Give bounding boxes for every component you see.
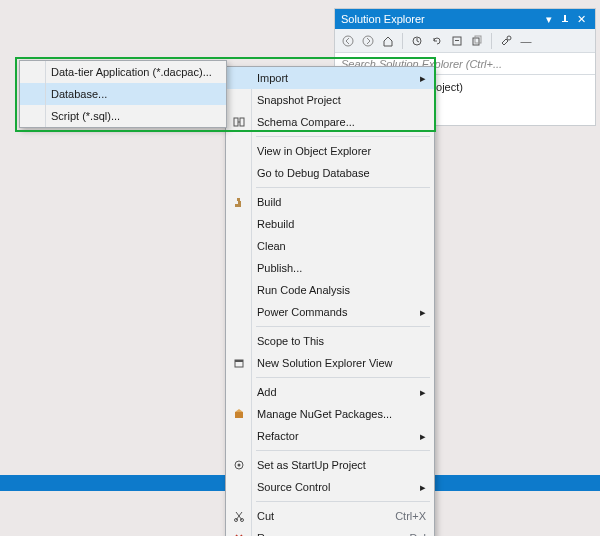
nuget-icon [226,408,251,420]
context-menu-item[interactable]: View in Object Explorer [226,140,434,162]
context-menu-item[interactable]: Power Commands▸ [226,301,434,323]
submenu-arrow-icon: ▸ [416,72,426,85]
context-menu-item[interactable]: Clean [226,235,434,257]
newview-icon [226,357,251,369]
context-menu-item[interactable]: Go to Debug Database [226,162,434,184]
remove-icon [226,532,251,536]
svg-rect-17 [235,412,243,418]
svg-rect-14 [237,198,240,201]
context-menu-label: Build [251,196,426,208]
properties-icon[interactable] [497,32,515,50]
context-menu-label: View in Object Explorer [251,145,426,157]
context-menu-item[interactable]: CutCtrl+X [226,505,434,527]
svg-point-19 [237,464,240,467]
context-menu-item[interactable]: Import▸ [226,67,434,89]
svg-rect-6 [455,40,459,41]
context-menu-label: New Solution Explorer View [251,357,426,369]
context-menu-label: Power Commands [251,306,416,318]
context-menu-item[interactable]: New Solution Explorer View [226,352,434,374]
context-menu-label: Publish... [251,262,426,274]
context-menu-label: Scope to This [251,335,426,347]
context-menu-label: Snapshot Project [251,94,426,106]
svg-rect-8 [475,36,481,43]
preview-icon[interactable]: — [517,32,535,50]
startup-icon [226,459,251,471]
context-menu-item[interactable]: Schema Compare... [226,111,434,133]
svg-rect-11 [240,118,244,126]
svg-rect-10 [234,118,238,126]
home-icon[interactable] [379,32,397,50]
menu-separator [256,136,430,137]
svg-point-9 [507,36,511,40]
context-menu-item[interactable]: Snapshot Project [226,89,434,111]
sync-icon[interactable] [408,32,426,50]
context-menu-label: Go to Debug Database [251,167,426,179]
import-submenu-item[interactable]: Script (*.sql)... [20,105,226,127]
shortcut-label: Ctrl+X [389,510,426,522]
import-submenu: Data-tier Application (*.dacpac)...Datab… [19,60,227,128]
context-menu-item[interactable]: RemoveDel [226,527,434,536]
refresh-icon[interactable] [428,32,446,50]
context-menu-label: Refactor [251,430,416,442]
build-icon [226,196,251,208]
svg-rect-13 [238,201,241,207]
context-menu-item[interactable]: Manage NuGet Packages... [226,403,434,425]
pin-icon[interactable] [557,11,573,27]
shortcut-label: Del [403,532,426,536]
context-menu-label: Manage NuGet Packages... [251,408,426,420]
svg-rect-12 [235,204,238,207]
submenu-arrow-icon: ▸ [416,481,426,494]
svg-rect-1 [562,21,568,22]
import-submenu-item[interactable]: Database... [20,83,226,105]
solution-explorer-titlebar: Solution Explorer ▾ ✕ [335,9,595,29]
context-menu-item[interactable]: Publish... [226,257,434,279]
compare-icon [226,116,251,128]
submenu-arrow-icon: ▸ [416,430,426,443]
context-menu-item[interactable]: Run Code Analysis [226,279,434,301]
close-icon[interactable]: ✕ [573,11,589,27]
svg-rect-0 [564,15,566,21]
svg-rect-7 [473,38,479,45]
context-menu: Import▸Snapshot ProjectSchema Compare...… [225,66,435,536]
context-menu-label: Source Control [251,481,416,493]
context-menu-label: Set as StartUp Project [251,459,426,471]
menu-separator [256,501,430,502]
cut-icon [226,510,251,522]
submenu-arrow-icon: ▸ [416,386,426,399]
context-menu-item[interactable]: Scope to This [226,330,434,352]
context-menu-item[interactable]: Set as StartUp Project [226,454,434,476]
collapse-icon[interactable] [448,32,466,50]
context-menu-label: Remove [251,532,403,536]
context-menu-item[interactable]: Add▸ [226,381,434,403]
solution-explorer-title: Solution Explorer [341,13,425,25]
svg-point-2 [343,36,353,46]
import-submenu-label: Script (*.sql)... [45,110,120,122]
context-menu-label: Clean [251,240,426,252]
context-menu-label: Import [251,72,416,84]
svg-rect-16 [235,360,243,362]
menu-separator [256,326,430,327]
import-submenu-label: Data-tier Application (*.dacpac)... [45,66,212,78]
submenu-arrow-icon: ▸ [416,306,426,319]
context-menu-label: Add [251,386,416,398]
menu-separator [256,450,430,451]
context-menu-label: Rebuild [251,218,426,230]
context-menu-item[interactable]: Build [226,191,434,213]
forward-icon[interactable] [359,32,377,50]
show-all-icon[interactable] [468,32,486,50]
import-submenu-label: Database... [45,88,107,100]
ide-canvas: Solution Explorer ▾ ✕ [0,0,600,536]
dropdown-icon[interactable]: ▾ [541,11,557,27]
menu-separator [256,187,430,188]
context-menu-item[interactable]: Source Control▸ [226,476,434,498]
context-menu-label: Cut [251,510,389,522]
svg-point-3 [363,36,373,46]
context-menu-item[interactable]: Rebuild [226,213,434,235]
back-icon[interactable] [339,32,357,50]
solution-explorer-toolbar: — [335,29,595,53]
context-menu-label: Schema Compare... [251,116,426,128]
context-menu-label: Run Code Analysis [251,284,426,296]
import-submenu-item[interactable]: Data-tier Application (*.dacpac)... [20,61,226,83]
menu-separator [256,377,430,378]
context-menu-item[interactable]: Refactor▸ [226,425,434,447]
